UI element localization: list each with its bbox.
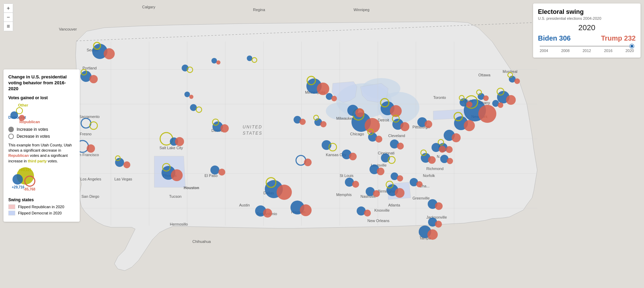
svg-point-205 [375, 136, 382, 143]
svg-text:UNITED: UNITED [243, 125, 262, 129]
example-rep-bubble [24, 176, 35, 187]
svg-point-200 [320, 121, 327, 127]
svg-text:Los Angeles: Los Angeles [80, 177, 101, 181]
increase-row: Increase in votes [8, 127, 75, 132]
svg-text:Greenville: Greenville [412, 196, 430, 200]
svg-text:Chihuahua: Chihuahua [192, 239, 211, 244]
svg-text:Knoxville: Knoxville [374, 208, 390, 212]
svg-point-109 [247, 56, 252, 61]
zoom-controls: + − ≡ [3, 3, 13, 31]
timeline-dot [630, 44, 634, 48]
svg-point-157 [397, 175, 403, 181]
svg-point-178 [452, 133, 461, 142]
svg-point-122 [304, 159, 312, 166]
svg-text:Hermosillo: Hermosillo [170, 222, 188, 226]
svg-text:STATES: STATES [243, 131, 262, 136]
year-2012[interactable]: 2012 [583, 49, 591, 53]
svg-text:Memphis: Memphis [336, 193, 352, 197]
electoral-title: Electoral swing [538, 8, 636, 16]
dem-value: +29,716 [12, 185, 24, 189]
svg-point-159 [416, 181, 423, 187]
votes-label: Votes gained or lost [8, 95, 75, 100]
year-display: 2020 [538, 23, 636, 32]
electoral-subtitle: U.S. presidential elections 2004-2020 [538, 16, 636, 20]
candidates-row: Biden 306 Trump 232 [538, 34, 636, 42]
svg-point-97 [171, 169, 183, 181]
svg-point-193 [498, 102, 503, 108]
increase-label: Increase in votes [17, 127, 48, 132]
map-container: Seattle Portland Sacramento Fresno San F… [0, 0, 644, 288]
dem-circle-icon [10, 111, 18, 119]
legend-panel: Change in U.S. presidential voting behav… [3, 69, 80, 222]
svg-point-120 [263, 209, 272, 218]
year-2004[interactable]: 2004 [540, 49, 548, 53]
svg-text:Tucson: Tucson [169, 194, 182, 198]
svg-text:Salt Lake City: Salt Lake City [159, 146, 183, 150]
svg-point-175 [464, 120, 475, 131]
svg-text:New Orleans: New Orleans [367, 219, 390, 223]
increase-icon [8, 127, 14, 132]
svg-point-136 [400, 122, 409, 131]
zoom-reset-button[interactable]: ≡ [4, 22, 13, 31]
svg-point-104 [189, 95, 193, 99]
svg-text:Toronto: Toronto [433, 95, 446, 100]
svg-point-100 [218, 169, 225, 176]
swing-democrat-label: Flipped Democrat in 2020 [18, 211, 62, 215]
rep-value: -85,768 [24, 187, 35, 191]
svg-point-78 [104, 48, 115, 59]
svg-text:Jacksonville: Jacksonville [426, 215, 447, 219]
svg-text:Atlanta: Atlanta [388, 203, 400, 207]
svg-point-198 [331, 96, 337, 101]
swing-republican-item: Flipped Republican in 2020 [8, 204, 75, 209]
other-value: +93,121 [19, 168, 31, 172]
year-2020[interactable]: 2020 [626, 49, 634, 53]
timeline-container[interactable]: 2004 2008 2012 2016 2020 [538, 46, 636, 53]
timeline-labels: 2004 2008 2012 2016 2020 [540, 49, 634, 53]
svg-point-187 [466, 101, 472, 108]
legend-description: This example from Utah County, Utah show… [8, 143, 75, 164]
svg-point-141 [397, 143, 404, 150]
svg-text:Las Vegas: Las Vegas [114, 177, 132, 181]
svg-point-112 [317, 83, 329, 95]
svg-point-172 [506, 95, 516, 105]
svg-point-190 [483, 95, 489, 101]
svg-point-86 [87, 144, 95, 153]
svg-text:Winnipeg: Winnipeg [354, 8, 369, 12]
svg-text:San Diego: San Diego [81, 194, 99, 198]
svg-point-147 [352, 181, 359, 188]
svg-point-161 [435, 202, 443, 210]
svg-text:Ottawa: Ottawa [478, 73, 491, 77]
biden-candidate: Biden 306 [538, 34, 571, 42]
svg-point-195 [514, 78, 520, 84]
svg-text:Norfolk: Norfolk [423, 173, 435, 178]
svg-point-131 [355, 108, 364, 117]
svg-point-99 [210, 166, 219, 175]
electoral-panel: Electoral swing U.S. presidential electi… [533, 3, 641, 58]
decrease-row: Decrease in votes [8, 134, 75, 139]
svg-point-128 [365, 118, 380, 133]
svg-point-108 [216, 60, 220, 65]
svg-point-185 [439, 146, 446, 153]
swing-states-title: Swing states [8, 197, 75, 202]
svg-point-165 [435, 221, 442, 228]
svg-text:Cleveland: Cleveland [388, 134, 405, 138]
swing-democrat-item: Flipped Democrat in 2020 [8, 211, 75, 215]
svg-text:Milwaukee: Milwaukee [336, 116, 354, 120]
year-2016[interactable]: 2016 [604, 49, 612, 53]
svg-point-81 [89, 75, 98, 83]
svg-point-92 [175, 137, 184, 146]
swing-states-section: Swing states Flipped Republican in 2020 … [8, 197, 75, 215]
trump-candidate: Trump 232 [601, 34, 636, 42]
zoom-in-button[interactable]: + [4, 4, 13, 13]
decrease-label: Decrease in votes [17, 134, 50, 139]
svg-point-169 [478, 105, 496, 123]
year-2008[interactable]: 2008 [561, 49, 569, 53]
legend-title: Change in U.S. presidential voting behav… [8, 74, 75, 92]
other-text: third party [28, 159, 46, 163]
svg-point-88 [123, 161, 130, 168]
svg-point-103 [184, 92, 190, 97]
svg-point-94 [220, 124, 229, 133]
other-label: Other [18, 103, 28, 107]
zoom-out-button[interactable]: − [4, 13, 13, 22]
svg-text:Vancouver: Vancouver [59, 27, 77, 31]
